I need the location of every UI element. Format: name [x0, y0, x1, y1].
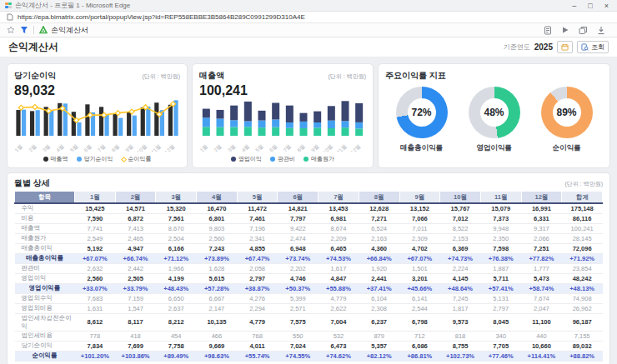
table-cell: 23,854: [562, 263, 603, 273]
favorite-star-icon[interactable]: [7, 26, 15, 34]
table-cell: 1,631: [75, 303, 116, 313]
table-cell: 6,369: [440, 243, 481, 253]
net-income-value: 89,032: [14, 83, 180, 98]
table-cell: 7,245: [440, 293, 481, 303]
row-label: 매출총이익: [15, 243, 75, 253]
stack-판관비: [230, 120, 238, 127]
table-cell: 6,872: [115, 213, 156, 223]
table-cell: 2,622: [319, 303, 359, 313]
table-cell: 7,590: [75, 213, 116, 223]
stack-매출원가: [203, 127, 210, 136]
base-year-label: 기준연도: [504, 42, 530, 52]
table-cell: +48.13%: [562, 283, 603, 293]
table-cell: 550: [278, 331, 319, 341]
table-cell: 2,147: [197, 303, 238, 313]
table-cell: 2,560: [75, 273, 116, 283]
bar-매출액: [85, 104, 89, 136]
bar-매출액: [72, 112, 76, 136]
stack-영업이익: [258, 111, 266, 121]
search-button[interactable]: 조회: [577, 41, 609, 53]
stack-판관비: [217, 118, 224, 127]
table-cell: 7,004: [319, 313, 359, 331]
table-cell: 7,011: [399, 223, 440, 233]
x-axis-label: 3월: [41, 143, 51, 152]
minimize-button[interactable]: –: [572, 1, 576, 11]
page-info-icon[interactable]: [7, 13, 13, 21]
table-cell: 2,632: [75, 263, 116, 273]
window-title: 손익계산서 - 프로필 1 - Microsoft Edge: [15, 1, 130, 10]
table-cell: 74,908: [562, 293, 603, 303]
table-cell: 4,276: [237, 293, 278, 303]
table-cell: 16,991: [521, 203, 562, 213]
report-toolbar: 손익계산서: [0, 23, 617, 37]
table-row: 당기순이익7,8347,6997,7589,6694,0117,0246,473…: [15, 341, 603, 351]
table-cell: +74.62%: [319, 351, 359, 361]
page-header: 손익계산서 기준연도 2025 조회: [0, 37, 617, 57]
table-cell: 14,821: [278, 203, 319, 213]
header-month-column: 1월: [75, 192, 116, 203]
table-cell: 15,425: [75, 203, 116, 213]
open-window-icon[interactable]: [579, 26, 588, 35]
table-cell: 1,817: [440, 303, 481, 313]
table-cell: 7,598: [480, 243, 521, 253]
play-icon[interactable]: [561, 26, 569, 34]
stack-영업이익: [286, 106, 293, 122]
calendar-button[interactable]: [557, 41, 573, 53]
table-cell: +102.73%: [440, 351, 481, 361]
table-cell: +66.74%: [115, 253, 156, 263]
header-month-column: 6월: [278, 192, 319, 203]
table-cell: +74.55%: [278, 351, 319, 361]
close-button[interactable]: ×: [604, 1, 609, 11]
table-cell: 6,104: [359, 293, 399, 303]
table-cell: 418: [115, 331, 156, 341]
dot-icon: [43, 157, 48, 162]
table-cell: 466: [197, 331, 238, 341]
address-bar[interactable]: https://epa.bimatrix.com/portal/popupVie…: [0, 12, 617, 23]
legend-item: 영업이익: [231, 155, 262, 163]
net-income-chart: 1월2월3월4월5월6월7월8월9월10월11월12월: [14, 99, 180, 152]
x-axis-label: 8월: [296, 143, 306, 152]
table-cell: +86.81%: [399, 351, 440, 361]
download-icon[interactable]: [597, 26, 605, 35]
table-cell: 440: [521, 331, 562, 341]
report-name[interactable]: 손익계산서: [51, 25, 88, 36]
stack-매출원가: [258, 127, 266, 136]
base-year-value[interactable]: 2025: [534, 42, 553, 52]
table-row: 매출총이익률+67.07%+66.74%+71.12%+73.89%+67.47…: [15, 253, 603, 263]
table-cell: 2,797: [480, 303, 521, 313]
header-month-column: 5월: [237, 192, 278, 203]
stack-영업이익: [300, 113, 308, 122]
table-cell: 11,100: [521, 313, 562, 331]
url-text[interactable]: https://epa.bimatrix.com/portal/popupVie…: [18, 13, 305, 21]
legend-item: 당기순이익: [77, 155, 113, 163]
stack-판관비: [203, 117, 210, 127]
document-icon[interactable]: [544, 26, 552, 35]
table-row: 영업외비용1,6311,5472,6372,1472,2942,5712,622…: [15, 303, 603, 313]
donut-chart: 89%: [541, 87, 593, 138]
table-cell: 72,096: [562, 243, 603, 253]
table-cell: 2,637: [156, 303, 197, 313]
legend-item: 판관비: [270, 155, 295, 163]
table-cell: 8,674: [319, 223, 359, 233]
table-cell: 2,797: [237, 273, 278, 283]
net-income-unit: (단위 : 백만원): [143, 72, 181, 81]
table-cell: 7,159: [115, 293, 156, 303]
detail-table: 항목1월2월3월4월5월6월7월8월9월10월11월12월합계 수익15,425…: [14, 192, 603, 362]
table-cell: 7,243: [197, 243, 238, 253]
donut-영업이익률: 48%영업이익률: [461, 87, 528, 153]
maximize-button[interactable]: □: [588, 1, 592, 11]
monthly-detail-card: 월별 상세 (단위 : 백만원) 항목1월2월3월4월5월6월7월8월9월10월…: [7, 172, 610, 364]
table-cell: 6,667: [197, 293, 238, 303]
table-cell: 2,202: [278, 263, 319, 273]
table-cell: 4,779: [237, 313, 278, 331]
filter-icon[interactable]: [20, 26, 28, 34]
table-row: 영업이익2,5602,5054,1995,6152,7974,7464,8472…: [15, 273, 603, 283]
header-month-column: 8월: [359, 192, 399, 203]
table-row: 법인세비용77841845446676855053287971281834044…: [15, 331, 603, 341]
table-row: 비용7,5906,8727,5616,8017,4617,7976,9817,2…: [15, 213, 603, 223]
bar-매출액: [141, 107, 145, 136]
table-cell: +38.87%: [237, 283, 278, 293]
row-label: 법인세차감전순이익: [15, 313, 75, 331]
x-axis-label: 6월: [268, 143, 278, 152]
bar-매출액: [16, 110, 20, 136]
